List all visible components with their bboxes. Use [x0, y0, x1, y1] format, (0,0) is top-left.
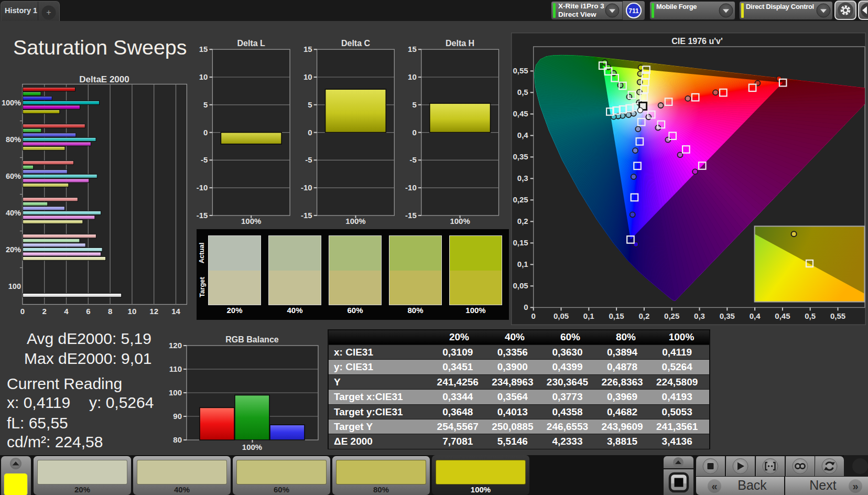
svg-text:0: 0: [308, 128, 312, 137]
svg-text:0: 0: [524, 303, 528, 311]
svg-text:»: »: [852, 480, 858, 492]
svg-text:0,05: 0,05: [513, 281, 528, 290]
svg-text:0,4: 0,4: [750, 311, 761, 320]
svg-text:0,5: 0,5: [805, 311, 816, 320]
svg-text:100%: 100%: [345, 217, 365, 225]
svg-text:14: 14: [171, 307, 180, 316]
svg-text:12: 12: [149, 307, 158, 316]
svg-text:100%: 100%: [242, 443, 262, 451]
svg-text:2: 2: [42, 307, 47, 316]
svg-text:100%: 100%: [2, 99, 21, 107]
svg-text:10: 10: [199, 72, 208, 81]
svg-text:100: 100: [8, 282, 21, 290]
svg-text:0,45: 0,45: [513, 109, 528, 118]
svg-text:10: 10: [128, 307, 137, 316]
svg-text:0,15: 0,15: [609, 311, 624, 320]
svg-text:Delta L: Delta L: [237, 39, 266, 48]
svg-text:0,25: 0,25: [513, 195, 528, 204]
svg-text:4: 4: [64, 307, 69, 316]
svg-text:0,55: 0,55: [830, 311, 845, 320]
svg-text:-5: -5: [409, 155, 416, 164]
svg-text:-5: -5: [305, 155, 312, 164]
svg-text:0,2: 0,2: [517, 217, 528, 225]
svg-text:«: «: [711, 480, 717, 492]
svg-text:8: 8: [108, 307, 112, 316]
svg-text:0,2: 0,2: [638, 311, 649, 320]
svg-text:40%: 40%: [6, 209, 21, 217]
svg-text:-10: -10: [197, 183, 208, 192]
svg-text:0,4: 0,4: [517, 131, 529, 139]
svg-text:0,1: 0,1: [517, 260, 528, 268]
svg-text:-10: -10: [405, 183, 417, 192]
svg-text:Delta H: Delta H: [446, 39, 474, 48]
svg-text:100%: 100%: [241, 217, 261, 225]
svg-text:5: 5: [308, 100, 312, 109]
svg-text:100%: 100%: [450, 217, 470, 225]
svg-text:15: 15: [303, 45, 312, 53]
svg-text:+: +: [46, 8, 51, 17]
svg-text:-15: -15: [197, 211, 208, 220]
svg-text:RGB Balance: RGB Balance: [225, 335, 278, 344]
svg-text:6: 6: [86, 307, 90, 316]
svg-text:5: 5: [412, 100, 416, 109]
svg-text:5: 5: [203, 100, 208, 109]
svg-text:0: 0: [412, 128, 416, 137]
svg-text:0,3: 0,3: [517, 174, 528, 182]
svg-text:-15: -15: [405, 211, 417, 220]
svg-text:80%: 80%: [6, 135, 21, 144]
svg-text:0,05: 0,05: [554, 311, 569, 320]
svg-text:15: 15: [199, 45, 208, 53]
svg-text:-5: -5: [201, 155, 208, 164]
svg-text:0,25: 0,25: [664, 311, 679, 320]
svg-text:0,35: 0,35: [513, 152, 528, 161]
svg-text:0: 0: [20, 307, 25, 316]
svg-text:-10: -10: [301, 183, 312, 192]
svg-text:0,1: 0,1: [583, 311, 594, 320]
svg-text:110: 110: [169, 364, 182, 373]
svg-text:Delta C: Delta C: [341, 39, 371, 48]
svg-text:-15: -15: [301, 211, 312, 220]
svg-text:0,3: 0,3: [694, 311, 705, 320]
svg-text:0: 0: [203, 128, 208, 137]
svg-text:10: 10: [303, 72, 312, 81]
svg-text:0,5: 0,5: [517, 88, 528, 96]
svg-text:0,55: 0,55: [513, 66, 528, 75]
svg-text:60%: 60%: [6, 172, 21, 180]
svg-text:0,35: 0,35: [720, 311, 735, 320]
svg-text:90: 90: [173, 412, 182, 421]
svg-text:10: 10: [408, 72, 417, 81]
svg-text:0,45: 0,45: [775, 311, 790, 320]
svg-text:DeltaE 2000: DeltaE 2000: [79, 74, 129, 84]
svg-text:80: 80: [173, 435, 182, 444]
svg-text:CIE 1976 u'v': CIE 1976 u'v': [671, 37, 722, 46]
svg-text:120: 120: [169, 341, 182, 350]
svg-text:0: 0: [531, 311, 536, 320]
svg-text:0,15: 0,15: [513, 238, 528, 247]
svg-text:711: 711: [628, 7, 639, 15]
svg-text:20%: 20%: [6, 245, 21, 254]
svg-text:100: 100: [169, 388, 182, 397]
svg-text:15: 15: [408, 45, 417, 53]
